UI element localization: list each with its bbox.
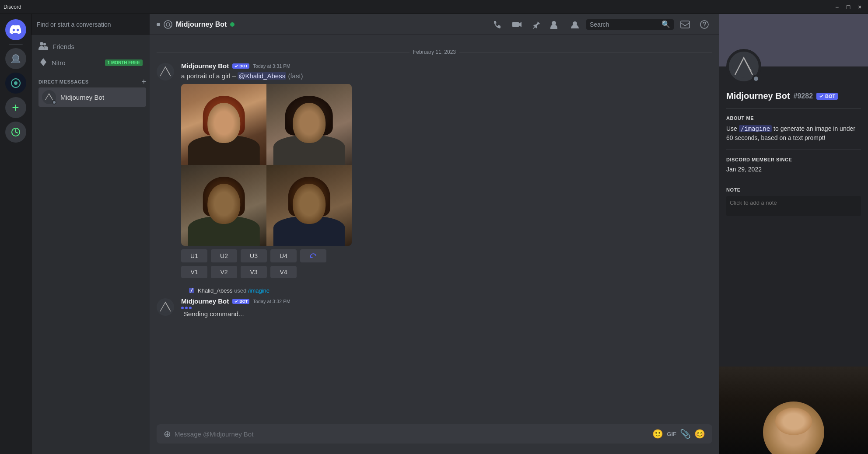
chat-search-input[interactable]: [590, 21, 660, 28]
note-section: NOTE: [726, 180, 861, 218]
window-controls: − □ ×: [832, 2, 864, 12]
used-command-text: Khalid_Abess used /imagine: [198, 287, 270, 294]
face-2: [279, 92, 339, 165]
chat-header: Midjourney Bot: [150, 14, 719, 35]
refresh-button[interactable]: [300, 249, 326, 262]
message-content-1: a portrait of a girl – @Khalid_Abess (fa…: [181, 71, 712, 80]
dm-sidebar: Find or start a conversation Friends Nit…: [32, 14, 150, 454]
chat-status-indicator: [230, 22, 234, 27]
dot-1: [181, 307, 184, 309]
svg-point-12: [700, 21, 708, 28]
friends-nav-item[interactable]: Friends: [35, 38, 146, 55]
message-body-1: Midjourney Bot BOT Today at 3:31 PM a po…: [181, 62, 712, 278]
server-icon-2[interactable]: [5, 73, 26, 94]
profile-discriminator: #9282: [794, 92, 813, 100]
chat-input-box: ⊕ 🙂 GIF 📎 😊: [157, 424, 712, 444]
video-overlay: [719, 367, 868, 454]
profile-username: Midjourney Bot #9282 BOT: [726, 91, 861, 101]
server-icon-1[interactable]: [5, 48, 26, 69]
action-buttons-row-2: V1 V2 V3 V4: [181, 266, 712, 278]
v4-button[interactable]: V4: [270, 266, 297, 278]
help-button[interactable]: [696, 17, 712, 32]
bot-label-1: BOT: [239, 64, 248, 68]
add-attachment-icon[interactable]: ⊕: [164, 429, 171, 439]
video-button[interactable]: [509, 17, 525, 32]
sending-dots: [181, 307, 712, 309]
imagine-code: /imagine: [739, 125, 772, 132]
profile-bot-badge: BOT: [816, 93, 838, 100]
app-title: Discord: [4, 4, 21, 10]
about-me-section: ABOUT ME Use /imagine to generate an ima…: [726, 108, 861, 143]
nitro-label: Nitro: [52, 59, 66, 66]
u1-button[interactable]: U1: [181, 249, 207, 262]
sidebar-divider: [9, 44, 23, 45]
chat-messages: February 11, 2023 Midjourney Bot: [150, 35, 719, 424]
chat-search-box[interactable]: 🔍: [586, 19, 674, 30]
hide-profile-button[interactable]: [567, 17, 583, 32]
u4-button[interactable]: U4: [270, 249, 297, 262]
message-item-2: Midjourney Bot BOT Today at 3:32 PM: [157, 297, 712, 318]
message-text-before: a portrait of a girl: [181, 72, 231, 80]
note-textarea[interactable]: [726, 196, 861, 216]
at-icon: [164, 20, 172, 29]
midjourney-avatar: [42, 90, 56, 104]
emoji-icon[interactable]: 😊: [694, 429, 705, 439]
svg-rect-8: [512, 22, 519, 27]
portrait-image-3: [181, 165, 266, 246]
gif-icon[interactable]: GIF: [667, 431, 676, 437]
video-person: [763, 402, 824, 454]
chat-message-input[interactable]: [175, 425, 649, 443]
message-author-1: Midjourney Bot: [181, 62, 229, 70]
message-header-2: Midjourney Bot BOT Today at 3:32 PM: [181, 297, 712, 305]
u3-button[interactable]: U3: [241, 249, 267, 262]
minimize-button[interactable]: −: [832, 2, 842, 12]
nitro-nav-item[interactable]: Nitro 1 MONTH FREE: [35, 55, 146, 71]
call-button[interactable]: [490, 17, 506, 32]
portrait-image-4: [266, 165, 352, 246]
emoji-people-icon[interactable]: 🙂: [652, 429, 663, 439]
profile-body: Midjourney Bot #9282 BOT ABOUT ME Use /i…: [719, 66, 868, 225]
message-mention: @Khalid_Abess: [238, 72, 286, 80]
svg-rect-11: [681, 21, 690, 28]
message-time-1: Today at 3:31 PM: [253, 63, 290, 69]
header-actions: 🔍: [490, 17, 712, 32]
video-content: [719, 367, 868, 454]
dm-item-midjourney[interactable]: Midjourney Bot: [38, 87, 146, 107]
message-speed: (fast): [288, 72, 303, 80]
about-me-title: ABOUT ME: [726, 115, 861, 121]
svg-point-6: [164, 21, 172, 28]
svg-point-7: [166, 23, 170, 26]
search-icon: 🔍: [662, 20, 670, 28]
v1-button[interactable]: V1: [181, 266, 207, 278]
add-friend-button[interactable]: [548, 17, 564, 32]
message-avatar-2: [157, 298, 174, 316]
sticker-icon[interactable]: 📎: [680, 429, 691, 439]
generated-image-grid: [181, 84, 352, 246]
slash-icon: [188, 287, 195, 294]
maximize-button[interactable]: □: [844, 2, 853, 12]
pin-button[interactable]: [528, 17, 544, 32]
discord-home-icon[interactable]: [5, 19, 26, 40]
server-icon-add[interactable]: +: [5, 97, 26, 118]
inbox-button[interactable]: [677, 17, 693, 32]
used-command-notice: Khalid_Abess used /imagine: [157, 285, 712, 294]
note-title: NOTE: [726, 187, 861, 192]
find-conversation-input[interactable]: Find or start a conversation: [32, 14, 150, 35]
bot-header-icon: [157, 23, 160, 26]
about-me-text: Use /imagine to generate an image in und…: [726, 124, 861, 143]
chat-area: Midjourney Bot: [150, 14, 719, 454]
v2-button[interactable]: V2: [211, 266, 237, 278]
date-divider-text: February 11, 2023: [413, 49, 456, 55]
chat-input-area: ⊕ 🙂 GIF 📎 😊: [150, 424, 719, 454]
message-body-2: Midjourney Bot BOT Today at 3:32 PM: [181, 297, 712, 318]
face-3: [194, 173, 254, 246]
profile-sidebar: Midjourney Bot #9282 BOT ABOUT ME Use /i…: [719, 14, 868, 454]
add-dm-button[interactable]: +: [141, 78, 146, 86]
message-content-2: Sending command...: [181, 307, 712, 318]
close-button[interactable]: ×: [855, 2, 864, 12]
v3-button[interactable]: V3: [241, 266, 267, 278]
friends-label: Friends: [52, 43, 74, 50]
face-1: [194, 92, 254, 165]
u2-button[interactable]: U2: [211, 249, 237, 262]
explore-icon[interactable]: [5, 122, 26, 143]
